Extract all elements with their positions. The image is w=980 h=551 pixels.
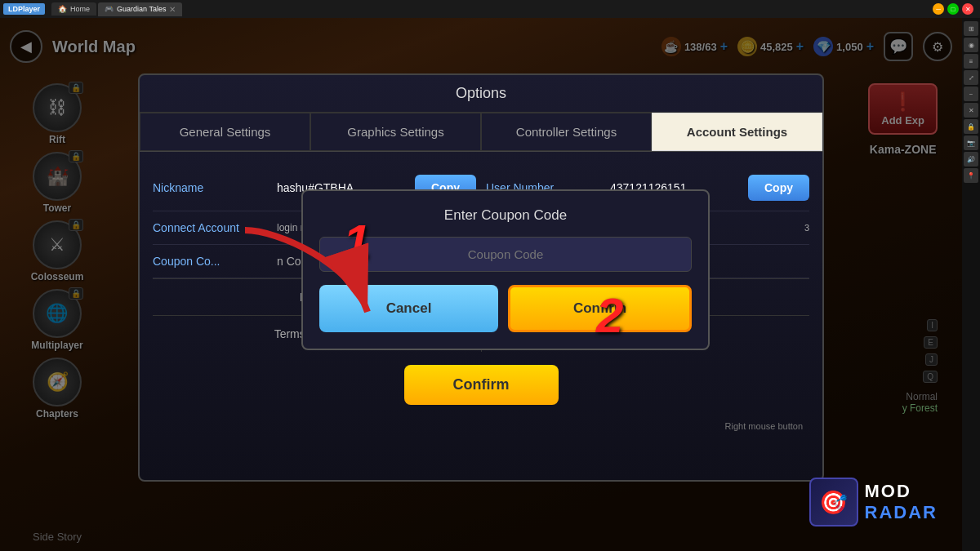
titlebar-tabs: 🏠 Home 🎮 Guardian Tales ✕ xyxy=(51,2,933,16)
coupon-buttons: Cancel Confirm xyxy=(319,285,692,332)
mod-radar-watermark: 🎯 MOD RADAR xyxy=(809,478,938,527)
close-tab-icon[interactable]: ✕ xyxy=(169,5,176,14)
copy-user-number-button[interactable]: Copy xyxy=(748,175,809,201)
sidebar-tool-6[interactable]: ✕ xyxy=(964,103,978,118)
sidebar-tool-1[interactable]: ⊞ xyxy=(964,21,978,36)
sidebar-tool-7[interactable]: 🔒 xyxy=(964,119,978,134)
sidebar-tool-10[interactable]: 📍 xyxy=(964,168,978,183)
coupon-code-input[interactable] xyxy=(319,237,692,272)
mod-radar-icon: 🎯 xyxy=(809,478,858,527)
sidebar-tool-9[interactable]: 🔊 xyxy=(964,152,978,167)
game-icon: 🎮 xyxy=(105,5,114,13)
nickname-label: Nickname xyxy=(153,181,267,194)
right-sidebar-tools: ⊞ ◉ ≡ ⤢ − ✕ 🔒 📷 🔊 📍 xyxy=(962,18,980,551)
coupon-cancel-button[interactable]: Cancel xyxy=(319,285,498,332)
coupon-popup-title: Enter Coupon Code xyxy=(319,207,692,224)
sidebar-tool-3[interactable]: ≡ xyxy=(964,54,978,69)
game-area: ◀ World Map ☕ 138/63 + 🪙 45,825 + 💎 1,05… xyxy=(0,18,962,551)
options-tabs: General Settings Graphics Settings Contr… xyxy=(140,113,822,152)
account-confirm-button[interactable]: Confirm xyxy=(404,365,559,405)
connect-account-label: Connect Account xyxy=(153,221,267,234)
right-mouse-hint: Right mouse button xyxy=(153,418,809,434)
window-controls: ─ □ ✕ xyxy=(933,3,973,15)
sidebar-tool-5[interactable]: − xyxy=(964,87,978,101)
minimize-button[interactable]: ─ xyxy=(933,3,944,15)
sidebar-tool-8[interactable]: 📷 xyxy=(964,136,978,150)
coupon-code-label: Coupon Co... xyxy=(153,255,267,268)
tab-guardian-tales[interactable]: 🎮 Guardian Tales ✕ xyxy=(98,2,182,16)
close-button[interactable]: ✕ xyxy=(962,3,973,15)
titlebar: LDPlayer 🏠 Home 🎮 Guardian Tales ✕ ─ □ ✕ xyxy=(0,0,980,18)
radar-text: RADAR xyxy=(865,502,938,523)
coupon-popup: Enter Coupon Code Cancel Confirm xyxy=(301,189,710,350)
tab-account-settings[interactable]: Account Settings xyxy=(652,113,822,151)
coupon-confirm-button[interactable]: Confirm xyxy=(508,285,692,332)
connect-hint-num: 3 xyxy=(804,223,809,233)
sidebar-tool-4[interactable]: ⤢ xyxy=(964,70,978,85)
tab-home[interactable]: 🏠 Home xyxy=(51,2,96,16)
tab-general-settings[interactable]: General Settings xyxy=(140,113,310,151)
maximize-button[interactable]: □ xyxy=(947,3,959,15)
home-icon: 🏠 xyxy=(58,5,67,13)
options-title: Options xyxy=(140,75,822,113)
ldplayer-logo: LDPlayer xyxy=(3,3,45,15)
sidebar-tool-2[interactable]: ◉ xyxy=(964,38,978,52)
tab-graphics-settings[interactable]: Graphics Settings xyxy=(310,113,481,151)
mod-radar-text: MOD RADAR xyxy=(865,481,938,523)
mod-text: MOD xyxy=(865,481,938,502)
tab-controller-settings[interactable]: Controller Settings xyxy=(481,113,652,151)
